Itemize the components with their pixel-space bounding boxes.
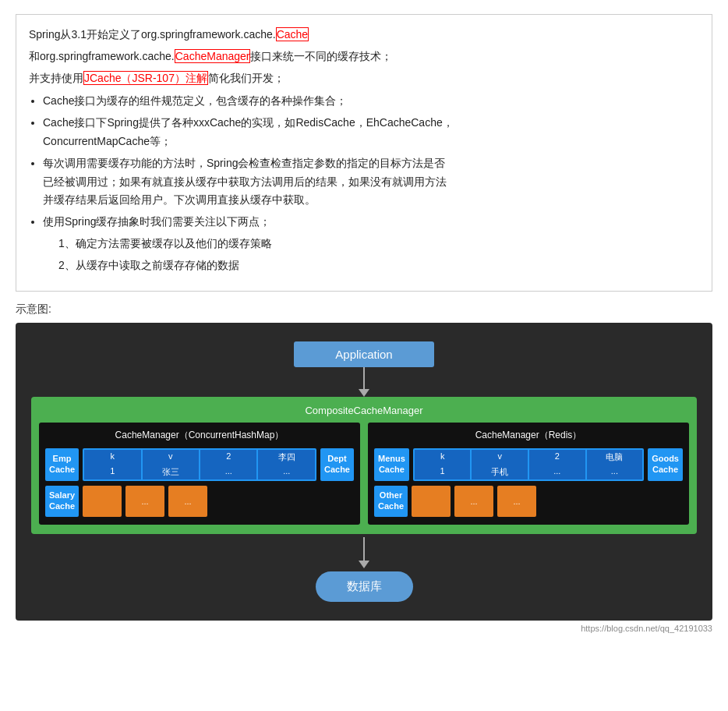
arrow-head-1	[359, 389, 369, 397]
emp-kv-row-v: 张三	[143, 465, 199, 479]
emp-kv-v: v	[143, 450, 199, 465]
page-wrapper: Spring从3.1开始定义了org.springframework.cache…	[0, 0, 728, 711]
emp-kv-num1: 2	[200, 450, 256, 465]
cache-manager-left-title: CacheManager（ConcurrentHashMap）	[45, 429, 354, 442]
sub-list: 确定方法需要被缓存以及他们的缓存策略 从缓存中读取之前缓存存储的数据	[58, 235, 699, 275]
bullet-item-4: 使用Spring缓存抽象时我们需要关注以下两点； 确定方法需要被缓存以及他们的缓…	[43, 213, 699, 274]
emp-cache-label: EmpCache	[45, 448, 79, 481]
application-box: Application	[294, 341, 434, 367]
cache-manager-right-title: CacheManager（Redis）	[374, 429, 683, 442]
emp-kv-row-k: 1	[84, 465, 140, 479]
menus-cache-row: MenusCache k v 2 电脑 1 手机 ...	[374, 448, 683, 481]
line3: 并支持使用JCache（JSR-107）注解简化我们开发；	[29, 69, 699, 88]
menus-kv-data: 1 手机 ... ...	[415, 465, 642, 479]
menus-cache-label: MenusCache	[374, 448, 409, 481]
emp-kv-header: k v 2 李四	[84, 450, 315, 465]
cache-manager-left: CacheManager（ConcurrentHashMap） EmpCache…	[39, 423, 360, 525]
arrow-line-2	[363, 537, 365, 561]
other-orange-1	[412, 486, 451, 517]
salary-cache-row: SalaryCache ... ...	[45, 486, 354, 517]
composite-title: CompositeCacheManager	[39, 405, 689, 416]
other-orange-2: ...	[454, 486, 493, 517]
composite-cache-manager: CompositeCacheManager CacheManager（Concu…	[31, 397, 697, 534]
menus-kv-row-v: 手机	[472, 465, 528, 479]
sub-item-1: 确定方法需要被缓存以及他们的缓存策略	[58, 235, 699, 253]
cache-highlight: Cache	[276, 27, 309, 41]
arrow-line-1	[363, 367, 365, 389]
other-orange-3: ...	[497, 486, 536, 517]
text-section: Spring从3.1开始定义了org.springframework.cache…	[16, 14, 712, 292]
salary-orange-1	[83, 486, 122, 517]
bullet-list: Cache接口为缓存的组件规范定义，包含缓存的各种操作集合； Cache接口下S…	[43, 92, 699, 274]
line3-after: 简化我们开发；	[208, 72, 284, 84]
line2-before: 和org.springframework.cache.	[29, 50, 175, 62]
emp-cache-row: EmpCache k v 2 李四 1 张三 ...	[45, 448, 354, 481]
menus-kv-dots1: ...	[529, 465, 585, 479]
cache-manager-right: CacheManager（Redis） MenusCache k v 2 电脑	[368, 423, 689, 525]
line2: 和org.springframework.cache.CacheManager接…	[29, 48, 699, 66]
database-oval: 数据库	[316, 571, 413, 602]
menus-kv-header: k v 2 电脑	[415, 450, 642, 465]
menus-kv-table: k v 2 电脑 1 手机 ... ...	[413, 448, 644, 481]
arrow-head-2	[359, 561, 369, 568]
watermark: https://blog.csdn.net/qq_42191033	[16, 624, 712, 633]
diagram-label: 示意图:	[16, 302, 712, 317]
line1: Spring从3.1开始定义了org.springframework.cache…	[29, 26, 699, 44]
goods-cache-label: GoodsCache	[648, 448, 683, 481]
arrow-composite-to-db	[31, 537, 697, 568]
salary-orange-2: ...	[125, 486, 164, 517]
jcache-highlight: JCache（JSR-107）注解	[83, 71, 208, 85]
sub-item-2: 从缓存中读取之前缓存存储的数据	[58, 256, 699, 275]
bullet-item-2: Cache接口下Spring提供了各种xxxCache的实现，如RedisCac…	[43, 114, 699, 151]
salary-cache-label: SalaryCache	[45, 486, 79, 517]
db-wrapper: 数据库	[31, 571, 697, 602]
salary-orange-3: ...	[168, 486, 207, 517]
cache-managers-row: CacheManager（ConcurrentHashMap） EmpCache…	[39, 423, 689, 525]
arrow-application-to-composite	[31, 367, 697, 397]
line1-before: Spring从3.1开始定义了org.springframework.cache…	[29, 28, 276, 41]
menus-kv-row-k: 1	[415, 465, 471, 479]
diagram-outer: Application CompositeCacheManager CacheM…	[16, 323, 712, 621]
emp-kv-data: 1 张三 ... ...	[84, 465, 315, 479]
emp-kv-name1: 李四	[258, 450, 314, 465]
other-cache-label: OtherCache	[374, 486, 408, 517]
emp-kv-dots2: ...	[258, 465, 314, 479]
other-cache-row: OtherCache ... ...	[374, 486, 683, 517]
emp-kv-k: k	[84, 450, 140, 465]
line3-before: 并支持使用	[29, 72, 83, 84]
menus-kv-dots2: ...	[587, 465, 643, 479]
line2-after: 接口来统一不同的缓存技术；	[250, 50, 392, 62]
dept-cache-label: DeptCache	[320, 448, 354, 481]
menus-kv-name1: 电脑	[587, 450, 643, 465]
cachemanager-highlight: CacheManager	[175, 49, 251, 63]
menus-kv-v: v	[472, 450, 528, 465]
emp-kv-dots1: ...	[200, 465, 256, 479]
bullet-item-3: 每次调用需要缓存功能的方法时，Spring会检查检查指定参数的指定的目标方法是否…	[43, 154, 699, 210]
menus-kv-num1: 2	[529, 450, 585, 465]
emp-kv-table: k v 2 李四 1 张三 ... ...	[83, 448, 316, 481]
bullet-item-1: Cache接口为缓存的组件规范定义，包含缓存的各种操作集合；	[43, 92, 699, 111]
menus-kv-k: k	[415, 450, 471, 465]
